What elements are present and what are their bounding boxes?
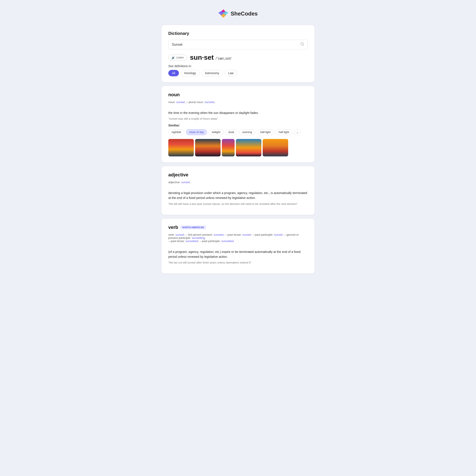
sunset-image-3[interactable]	[222, 139, 235, 156]
similar-label: Similiar:	[168, 124, 308, 127]
verb-definition: (of a program, agency, regulation, etc.)…	[168, 250, 308, 259]
adjective-word-link[interactable]: sunset	[181, 181, 190, 184]
tag-twilight[interactable]: twilight	[209, 129, 223, 135]
expand-tags-button[interactable]: ⌄	[294, 129, 301, 135]
search-button[interactable]	[300, 42, 304, 47]
svg-line-5	[303, 45, 304, 45]
tag-evening[interactable]: evening	[239, 129, 255, 135]
sunset-image-5[interactable]	[263, 139, 288, 156]
phonetic-text: /ˈsən,set/	[216, 56, 231, 61]
sunset-images	[168, 139, 308, 156]
noun-example: "sunset was still a couple of hours away…	[168, 117, 308, 120]
noun-plural-link[interactable]: sunsets	[204, 101, 214, 104]
noun-word-link[interactable]: sunset	[176, 101, 185, 104]
sunset-image-4[interactable]	[236, 139, 261, 156]
verb-card: verb NORTH AMERICAN verb: sunset; – 3rd …	[162, 219, 314, 273]
tag-dusk[interactable]: dusk	[225, 129, 237, 135]
logo-text: SheCodes	[231, 10, 257, 17]
verb-meta: verb: sunset; – 3rd person present: suns…	[168, 233, 308, 243]
noun-meta: noun: sunset; – plural noun: sunsets;	[168, 101, 308, 104]
word-display: sun·set /ˈsən,set/	[190, 53, 231, 61]
verb-past-sunsetted[interactable]: sunsetted	[186, 239, 198, 243]
verb-pp-sunsetted[interactable]: sunsetted	[221, 239, 234, 243]
search-icon	[300, 42, 304, 46]
verb-header: verb NORTH AMERICAN	[168, 225, 308, 230]
word-text: sun·set	[190, 53, 214, 61]
adjective-example: "the bill will have a two-year sunset cl…	[168, 202, 308, 205]
north-american-badge: NORTH AMERICAN	[180, 225, 206, 229]
speaker-icon: 🔊	[171, 56, 175, 59]
see-definitions-label: See definitions in:	[168, 64, 308, 68]
main-container: Dictionary 🔊 Listen sun·set /ˈsən,set/ S…	[162, 25, 314, 273]
sunset-image-2[interactable]	[195, 139, 221, 156]
tab-law[interactable]: Law	[225, 70, 237, 76]
logo-area: SheCodes	[4, 8, 472, 19]
adjective-pos-label: adjective	[168, 172, 308, 178]
adjective-definition: denoting a legal provision under which a…	[168, 191, 308, 200]
verb-pos-label: verb	[168, 225, 178, 230]
noun-pos-label: noun	[168, 92, 308, 98]
similar-tags: nightfall close of day twilight dusk eve…	[168, 129, 308, 135]
verb-gerund-sunsetting[interactable]: sunsetting	[192, 236, 205, 239]
verb-example: "the tax cut will sunset after three yea…	[168, 261, 308, 264]
category-tabs: All Horology Astronomy Law	[168, 70, 308, 76]
listen-button[interactable]: 🔊 Listen	[168, 55, 187, 61]
tab-astronomy[interactable]: Astronomy	[202, 70, 223, 76]
tag-close-of-day[interactable]: close of day	[186, 129, 207, 135]
listen-label: Listen	[176, 56, 184, 59]
word-header: 🔊 Listen sun·set /ˈsən,set/	[168, 53, 308, 61]
noun-card: noun noun: sunset; – plural noun: sunset…	[162, 86, 314, 162]
verb-past-sunset[interactable]: sunset	[242, 233, 251, 236]
adjective-card: adjective adjective: sunset; denoting a …	[162, 166, 314, 215]
tag-half-light-2[interactable]: half-light	[275, 129, 292, 135]
verb-pp-sunset[interactable]: sunset	[274, 233, 283, 236]
verb-word-sunset[interactable]: sunset	[175, 233, 184, 236]
dictionary-card: Dictionary 🔊 Listen sun·set /ˈsən,set/ S…	[162, 25, 314, 82]
verb-word-sunsets[interactable]: sunsets	[214, 233, 223, 236]
tab-all[interactable]: All	[168, 70, 179, 76]
tab-horology[interactable]: Horology	[181, 70, 200, 76]
search-box	[168, 40, 308, 49]
logo-icon	[218, 8, 228, 19]
tag-half-light-1[interactable]: half-light	[257, 129, 274, 135]
sunset-image-1[interactable]	[168, 139, 194, 156]
noun-definition: the time in the evening when the sun dis…	[168, 110, 308, 115]
adjective-meta: adjective: sunset;	[168, 181, 308, 184]
dictionary-title: Dictionary	[168, 31, 308, 36]
tag-nightfall[interactable]: nightfall	[168, 129, 184, 135]
search-input[interactable]	[172, 43, 300, 47]
